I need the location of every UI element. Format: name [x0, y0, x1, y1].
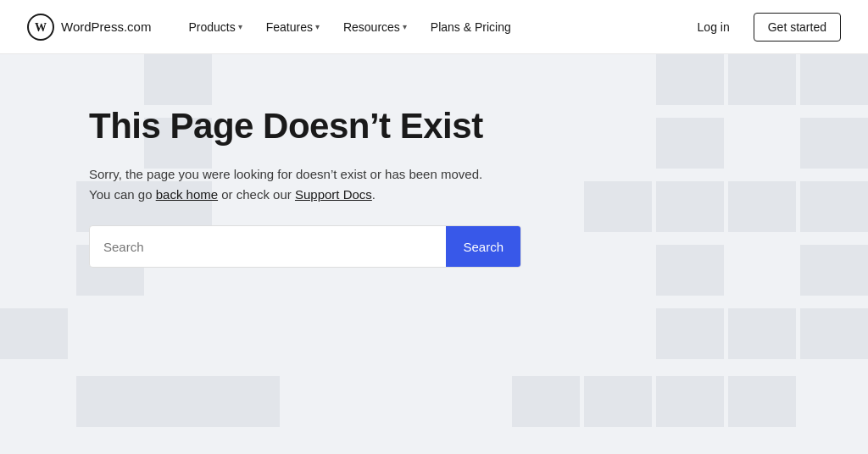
- main-content: This Page Doesn’t Exist Sorry, the page …: [0, 54, 868, 454]
- nav-menu: Products ▾ Features ▾ Resources ▾ Plans …: [178, 14, 687, 41]
- brand-name: WordPress.com: [61, 19, 151, 34]
- navbar: W WordPress.com Products ▾ Features ▾ Re…: [0, 0, 868, 54]
- back-home-link[interactable]: back home: [156, 187, 218, 202]
- nav-item-products[interactable]: Products ▾: [178, 14, 252, 41]
- chevron-down-icon: ▾: [315, 22, 320, 31]
- page-title: This Page Doesn’t Exist: [89, 105, 526, 147]
- chevron-down-icon: ▾: [403, 22, 407, 31]
- login-button[interactable]: Log in: [687, 14, 740, 41]
- get-started-button[interactable]: Get started: [754, 13, 841, 42]
- svg-text:W: W: [35, 21, 47, 34]
- error-description: Sorry, the page you were looking for doe…: [89, 164, 526, 205]
- navbar-actions: Log in Get started: [687, 13, 841, 42]
- search-input[interactable]: [90, 240, 446, 254]
- brand-logo-link[interactable]: W WordPress.com: [27, 14, 151, 41]
- chevron-down-icon: ▾: [238, 22, 242, 31]
- support-docs-link[interactable]: Support Docs: [295, 187, 372, 202]
- wordpress-logo-icon: W: [27, 14, 54, 41]
- search-bar: Search: [89, 225, 521, 268]
- nav-item-plans-pricing[interactable]: Plans & Pricing: [420, 14, 521, 41]
- error-content: This Page Doesn’t Exist Sorry, the page …: [0, 54, 526, 268]
- nav-item-features[interactable]: Features ▾: [256, 14, 330, 41]
- search-button[interactable]: Search: [446, 225, 520, 268]
- nav-item-resources[interactable]: Resources ▾: [333, 14, 417, 41]
